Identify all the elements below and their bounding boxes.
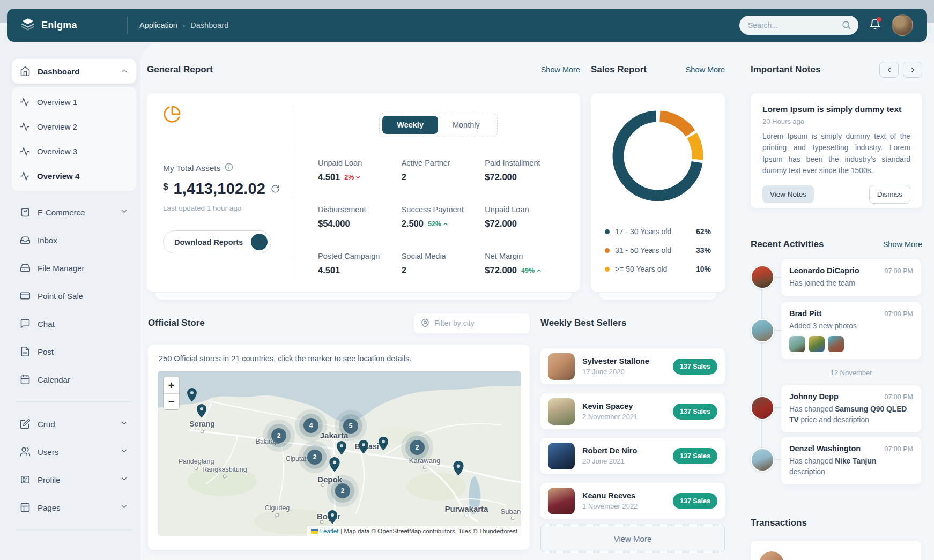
chevron-down-icon <box>355 174 361 181</box>
search-input[interactable] <box>739 16 858 35</box>
search-icon[interactable] <box>841 20 851 32</box>
sidebar-item-label: Users <box>38 447 58 457</box>
sales-count-badge[interactable]: 137 Sales <box>673 493 717 509</box>
zoom-out-button[interactable]: − <box>164 393 179 409</box>
toggle-weekly-button[interactable]: Weekly <box>382 116 438 134</box>
marker-cluster[interactable]: 5 <box>343 419 358 434</box>
sidebar-item-label: File Manager <box>38 264 85 273</box>
map-marker-pin[interactable] <box>195 404 208 421</box>
sidebar-overview-group: Overview 1 Overview 2 Overview 3 Overvie… <box>12 87 136 191</box>
marker-cluster[interactable]: 2 <box>335 483 350 498</box>
search-box <box>739 16 858 35</box>
sidebar-item-crud[interactable]: Crud <box>12 410 136 438</box>
marker-cluster[interactable]: 2 <box>271 428 286 443</box>
sidebar-item-overview-4[interactable]: Overview 4 <box>12 163 136 188</box>
notes-prev-button[interactable] <box>879 62 899 78</box>
map-marker-pin[interactable] <box>335 440 348 458</box>
store-description: 250 Official stores in 21 countries, cli… <box>158 354 521 363</box>
zoom-in-button[interactable]: + <box>164 377 179 393</box>
seller-photo <box>548 488 575 514</box>
notifications-bell-icon[interactable] <box>869 18 881 32</box>
brand[interactable]: Enigma <box>21 17 127 33</box>
sidebar-item-ecommerce[interactable]: E-Commerce <box>12 198 136 226</box>
map-marker-pin[interactable] <box>186 387 198 405</box>
chevron-up-icon <box>442 221 449 227</box>
seller-row[interactable]: Robert De Niro 20 June 2021 137 Sales <box>540 438 725 474</box>
refresh-icon[interactable] <box>271 184 280 196</box>
map-marker-pin[interactable] <box>357 439 370 457</box>
leaflet-link[interactable]: Leaflet <box>320 528 339 534</box>
seller-row[interactable]: Sylvester Stallone 17 June 2020 137 Sale… <box>540 348 725 384</box>
activity-card[interactable]: Leonardo DiCaprio 07:00 PM Has joined th… <box>781 259 921 296</box>
activity-card[interactable]: Denzel Washington 07:00 PM Has changed N… <box>781 437 921 484</box>
photo-thumbnail[interactable] <box>828 336 844 352</box>
activity-icon <box>20 146 30 156</box>
sidebar-item-file-manager[interactable]: File Manager <box>12 254 136 282</box>
filter-by-city-box <box>414 313 530 333</box>
toggle-monthly-button[interactable]: Monthly <box>438 116 494 134</box>
stat-posted-campaign: Posted Campaign 4.501 <box>318 252 392 275</box>
sidebar-item-calendar[interactable]: Calendar <box>12 365 136 393</box>
map-marker-pin[interactable] <box>451 460 465 479</box>
sales-count-badge[interactable]: 137 Sales <box>673 359 717 375</box>
sidebar-item-overview-2[interactable]: Overview 2 <box>12 114 136 139</box>
map-marker-pin[interactable] <box>326 510 339 527</box>
sidebar-item-users[interactable]: Users <box>12 438 136 466</box>
dismiss-button[interactable]: Dismiss <box>869 185 910 204</box>
marker-cluster[interactable]: 4 <box>303 418 318 433</box>
city-label: Depok <box>317 475 342 484</box>
city-label: Pandeglang <box>179 458 214 465</box>
view-notes-button[interactable]: View Notes <box>762 185 814 203</box>
sidebar-item-chat[interactable]: Chat <box>12 310 136 338</box>
sidebar-item-label: Pages <box>38 503 61 512</box>
activity-card[interactable]: Johnny Depp 07:00 PM Has changed Samsung… <box>781 385 921 432</box>
sidebar-item-point-of-sale[interactable]: Point of Sale <box>12 282 136 310</box>
sidebar-item-label: Overview 2 <box>37 122 77 131</box>
notification-dot <box>877 17 881 22</box>
map-marker-pin[interactable] <box>328 457 342 475</box>
breadcrumb-application[interactable]: Application <box>139 21 177 29</box>
activity-avatar <box>751 319 774 342</box>
store-map[interactable]: + − Serang Pandeglang Rangkasbitung Bala… <box>158 371 521 536</box>
map-marker-pin[interactable] <box>377 436 390 453</box>
transaction-row[interactable]: Sylvester Stallone +$77 <box>751 541 921 560</box>
notes-next-button[interactable] <box>903 62 922 78</box>
photo-thumbnail[interactable] <box>809 336 825 352</box>
sidebar-item-pages[interactable]: Pages <box>12 494 136 521</box>
photo-thumbnail[interactable] <box>789 336 805 352</box>
sidebar-item-overview-1[interactable]: Overview 1 <box>12 89 136 114</box>
age-donut-chart[interactable] <box>605 105 711 207</box>
navbar-divider <box>127 16 128 34</box>
sidebar-item-inbox[interactable]: Inbox <box>12 226 136 254</box>
marker-cluster[interactable]: 2 <box>410 440 425 455</box>
sidebar-item-dashboard[interactable]: Dashboard <box>12 59 136 84</box>
note-card: Lorem Ipsum is simply dummy text 20 Hour… <box>751 93 922 208</box>
breadcrumb-separator-icon: › <box>183 21 185 29</box>
inbox-icon <box>20 235 31 245</box>
sales-count-badge[interactable]: 137 Sales <box>673 404 717 420</box>
activities-show-more[interactable]: Show More <box>883 240 922 249</box>
general-report-show-more[interactable]: Show More <box>541 65 580 74</box>
breadcrumb-dashboard[interactable]: Dashboard <box>190 21 228 29</box>
sidebar-item-post[interactable]: Post <box>12 338 136 365</box>
user-avatar[interactable] <box>892 14 913 36</box>
chevron-right-icon <box>909 66 917 74</box>
activity-card[interactable]: Brad Pitt 07:00 PM Added 3 new photos <box>781 302 921 359</box>
view-more-button[interactable]: View More <box>540 525 725 552</box>
delta-up-badge: 49% <box>521 267 542 274</box>
seller-row[interactable]: Keanu Reeves 1 November 2022 137 Sales <box>540 483 725 519</box>
download-reports-button[interactable]: Download Reports <box>163 230 271 253</box>
important-notes-title: Important Notes <box>751 64 820 75</box>
sidebar-item-overview-3[interactable]: Overview 3 <box>12 139 136 163</box>
sidebar-item-profile[interactable]: Profile <box>12 466 136 494</box>
note-body: Lorem Ipsum is simply dummy text of the … <box>762 131 910 177</box>
sidebar-item-label: Inbox <box>38 236 57 245</box>
marker-cluster[interactable]: 2 <box>307 450 322 465</box>
filter-by-city-input[interactable] <box>414 313 530 333</box>
seller-photo <box>548 443 575 469</box>
sales-report-show-more[interactable]: Show More <box>686 65 725 74</box>
info-icon[interactable] <box>225 163 233 174</box>
seller-row[interactable]: Kevin Spacey 2 November 2021 137 Sales <box>540 393 725 429</box>
product-name: Nike Tanjun <box>835 457 876 465</box>
sales-count-badge[interactable]: 137 Sales <box>673 448 717 464</box>
